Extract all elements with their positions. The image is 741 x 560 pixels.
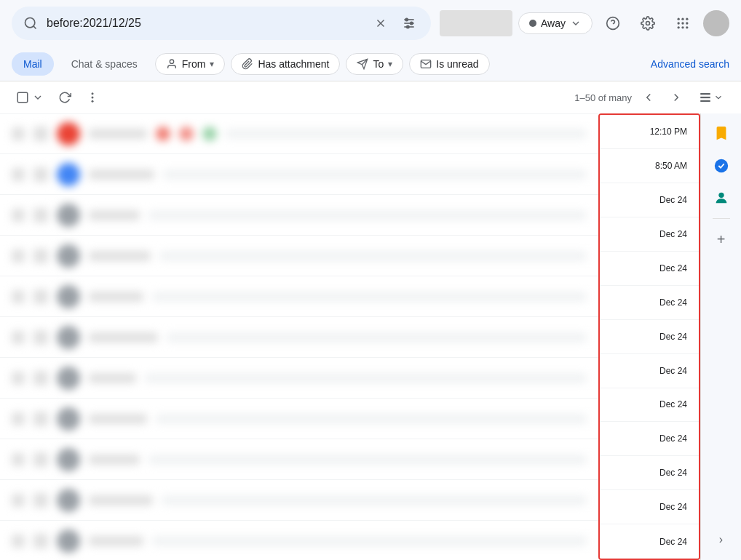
row-checkbox bbox=[12, 290, 25, 303]
table-row[interactable] bbox=[0, 236, 598, 276]
row-badge bbox=[202, 127, 217, 141]
row-star bbox=[33, 249, 48, 263]
timestamp-cell: Dec 24 bbox=[600, 183, 699, 217]
table-row[interactable] bbox=[0, 113, 598, 154]
top-bar: Away bbox=[0, 0, 741, 47]
row-sender bbox=[89, 169, 154, 180]
timestamp-cell: 12:10 PM bbox=[600, 115, 699, 149]
pagination-info: 1–50 of many bbox=[574, 92, 632, 103]
top-bar-right: Away bbox=[440, 9, 729, 38]
svg-point-12 bbox=[646, 22, 650, 25]
status-button[interactable]: Away bbox=[518, 12, 593, 34]
sidebar-keep-button[interactable] bbox=[707, 119, 736, 148]
view-toggle-button[interactable] bbox=[693, 87, 729, 108]
row-checkbox bbox=[12, 127, 25, 140]
svg-point-9 bbox=[407, 25, 409, 28]
right-sidebar: + › bbox=[700, 113, 741, 560]
more-options-button[interactable] bbox=[82, 87, 103, 108]
timestamp-cell: Dec 24 bbox=[600, 252, 699, 286]
row-subject bbox=[156, 414, 587, 424]
row-subject bbox=[162, 495, 587, 505]
attachment-filter-label: Has attachment bbox=[258, 58, 329, 70]
row-subject bbox=[159, 251, 587, 261]
table-row[interactable] bbox=[0, 399, 598, 439]
search-icon bbox=[23, 16, 38, 31]
timestamp-cell: Dec 24 bbox=[600, 422, 699, 456]
send-icon bbox=[357, 58, 368, 70]
email-row-content bbox=[12, 407, 587, 431]
next-page-button[interactable] bbox=[665, 87, 687, 108]
row-sender bbox=[89, 536, 143, 546]
google-apps-button[interactable] bbox=[668, 9, 697, 38]
contacts-icon bbox=[713, 190, 729, 206]
from-chevron-icon: ▾ bbox=[210, 59, 214, 69]
status-label: Away bbox=[541, 17, 566, 29]
unread-filter-button[interactable]: Is unread bbox=[409, 53, 489, 75]
toolbar: 1–50 of many bbox=[0, 81, 741, 113]
help-button[interactable] bbox=[598, 9, 627, 38]
previous-page-button[interactable] bbox=[638, 87, 659, 108]
row-star bbox=[33, 167, 48, 182]
row-avatar bbox=[57, 285, 80, 308]
advanced-search-link[interactable]: Advanced search bbox=[651, 58, 729, 70]
table-row[interactable] bbox=[0, 439, 598, 480]
row-star bbox=[33, 330, 48, 345]
row-avatar bbox=[57, 529, 80, 553]
email-row-content bbox=[12, 122, 587, 145]
table-row[interactable] bbox=[0, 358, 598, 399]
row-checkbox bbox=[12, 331, 25, 344]
tab-chat-spaces[interactable]: Chat & spaces bbox=[60, 52, 149, 76]
to-filter-button[interactable]: To ▾ bbox=[346, 53, 403, 75]
table-row[interactable] bbox=[0, 276, 598, 317]
select-all-button[interactable] bbox=[12, 87, 48, 108]
email-row-content bbox=[12, 204, 587, 227]
table-row[interactable] bbox=[0, 521, 598, 560]
sidebar-tasks-button[interactable] bbox=[707, 151, 736, 180]
svg-point-33 bbox=[718, 193, 724, 198]
timestamp-cell: Dec 24 bbox=[600, 320, 699, 354]
row-subject bbox=[145, 373, 587, 383]
row-sender bbox=[89, 129, 147, 139]
refresh-icon bbox=[58, 91, 71, 104]
search-clear-button[interactable] bbox=[371, 14, 390, 33]
row-avatar bbox=[57, 244, 80, 268]
table-row[interactable] bbox=[0, 154, 598, 195]
attachment-filter-button[interactable]: Has attachment bbox=[231, 53, 340, 75]
row-subject bbox=[167, 332, 587, 343]
sidebar-contacts-button[interactable] bbox=[707, 183, 736, 212]
select-chevron-icon bbox=[32, 92, 44, 103]
svg-point-20 bbox=[681, 26, 683, 28]
timestamp-cell: 8:50 AM bbox=[600, 149, 699, 183]
row-checkbox bbox=[12, 412, 25, 425]
tab-mail[interactable]: Mail bbox=[12, 52, 54, 76]
email-row-content bbox=[12, 529, 587, 553]
row-checkbox bbox=[12, 249, 25, 263]
keep-icon bbox=[713, 126, 729, 142]
svg-rect-29 bbox=[700, 93, 710, 95]
refresh-button[interactable] bbox=[54, 87, 76, 108]
row-avatar bbox=[57, 407, 80, 431]
email-row-content bbox=[12, 244, 587, 268]
timestamp-cell: Dec 24 bbox=[600, 217, 699, 252]
email-row-content bbox=[12, 163, 587, 186]
from-filter-button[interactable]: From ▾ bbox=[155, 53, 226, 75]
settings-button[interactable] bbox=[633, 9, 662, 38]
svg-point-21 bbox=[686, 26, 688, 28]
svg-point-32 bbox=[714, 159, 727, 172]
unread-filter-label: Is unread bbox=[436, 58, 478, 70]
table-row[interactable] bbox=[0, 480, 598, 521]
to-filter-label: To bbox=[373, 58, 384, 70]
user-avatar[interactable] bbox=[703, 10, 729, 36]
table-row[interactable] bbox=[0, 317, 598, 358]
checkbox-icon bbox=[16, 91, 29, 104]
email-row-content bbox=[12, 448, 587, 471]
search-options-button[interactable] bbox=[399, 13, 419, 33]
table-row[interactable] bbox=[0, 195, 598, 236]
person-icon bbox=[166, 58, 178, 70]
sidebar-more-button[interactable]: › bbox=[707, 525, 736, 554]
search-input[interactable] bbox=[47, 17, 362, 30]
row-checkbox bbox=[12, 494, 25, 507]
row-checkbox bbox=[12, 209, 25, 222]
row-badge bbox=[179, 127, 194, 141]
sidebar-add-button[interactable]: + bbox=[707, 225, 736, 254]
